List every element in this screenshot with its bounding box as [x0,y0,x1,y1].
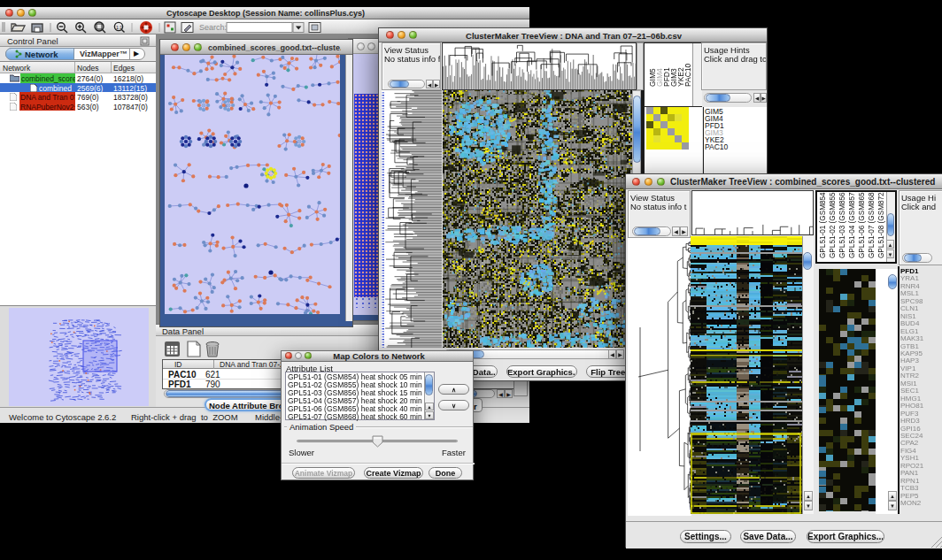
svg-text:1:1: 1:1 [116,25,122,30]
svg-text:Search:: Search: [199,23,227,32]
